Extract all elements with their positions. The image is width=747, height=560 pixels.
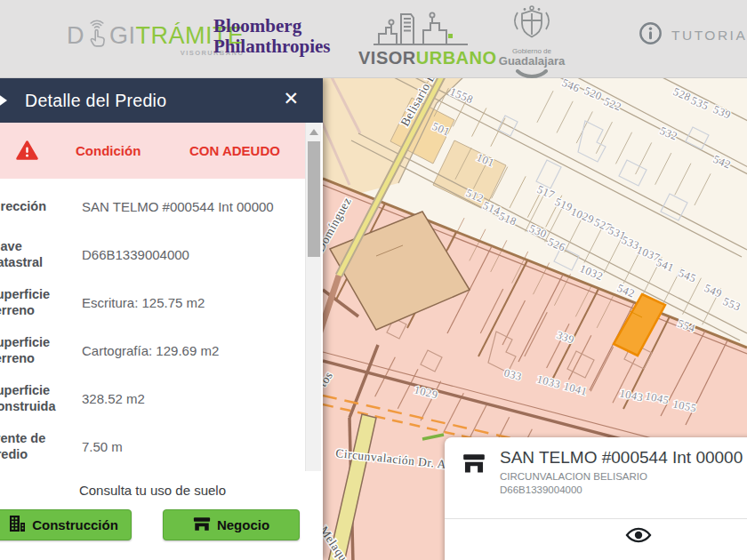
app-window: D GI TRÁMITE VISORURBANO Blo: [0, 0, 747, 560]
city-skyline-icon: [372, 34, 470, 49]
construccion-label: Construcción: [32, 517, 118, 532]
scrollbar-up-arrow-icon[interactable]: [309, 129, 318, 135]
condition-value-badge: CON ADEUDO: [189, 143, 280, 158]
field-value: SAN TELMO #000544 Int 00000: [82, 199, 274, 214]
field-value: D66B1339004000: [82, 247, 189, 262]
construccion-button[interactable]: Construcción: [0, 509, 132, 540]
card-title: SAN TELMO #000544 Int 00000: [500, 448, 743, 468]
info-icon: [639, 21, 663, 49]
storefront-icon: [462, 453, 486, 478]
property-fields: Dirección SAN TELMO #000544 Int 00000 Cl…: [0, 182, 305, 470]
close-icon[interactable]: ✕: [283, 88, 299, 109]
panel-title: Detalle del Predio: [25, 91, 166, 111]
digitramite-text-gi: GI: [109, 22, 136, 50]
field-row-superficie-cartografia: Superficie Terreno Cartografía: 129.69 m…: [0, 326, 305, 374]
field-label: Dirección: [0, 198, 82, 214]
debt-alert-row: Condición CON ADEUDO: [0, 123, 305, 179]
card-street: CIRCUNVALACION BELISARIO: [500, 471, 647, 482]
guadalajara-logo: Gobierno de Guadalajara: [487, 4, 576, 84]
digitramite-text-d: D: [67, 22, 84, 50]
smile-arc-icon: [509, 69, 555, 80]
tutorial-label: TUTORIAL: [671, 28, 747, 44]
guadalajara-crest-icon: [509, 31, 555, 46]
guadalajara-text: Guadalajara: [487, 55, 576, 68]
field-row-superficie-construida: Superficie Construida 328.52 m2: [0, 374, 305, 422]
bloomberg-line1: Bloomberg: [213, 16, 330, 36]
visor-urbano-logo: VISORURBANO: [358, 7, 483, 68]
field-row-direccion: Dirección SAN TELMO #000544 Int 00000: [0, 182, 305, 230]
detail-panel: Detalle del Predio ✕ Condición CON ADEUD…: [0, 78, 323, 560]
visor-text: VISOR: [358, 48, 416, 68]
field-label: Frente de Predio: [0, 430, 82, 462]
urbano-text: URBANO: [416, 48, 497, 68]
field-label: Superficie Terreno: [0, 286, 82, 318]
negocio-label: Negocio: [217, 517, 269, 532]
property-result-card[interactable]: SAN TELMO #000544 Int 00000 CIRCUNVALACI…: [445, 437, 747, 560]
field-label: Clave Catastral: [0, 238, 82, 270]
panel-header: Detalle del Predio ✕: [0, 78, 323, 123]
panel-scrollbar[interactable]: [305, 123, 321, 471]
tutorial-button[interactable]: TUTORIAL: [639, 21, 747, 49]
scrollbar-thumb[interactable]: [308, 141, 320, 257]
field-value: 7.50 m: [82, 439, 123, 454]
warning-icon: [16, 140, 38, 164]
negocio-button[interactable]: Negocio: [163, 509, 300, 540]
storefront-icon: [193, 516, 211, 535]
eye-icon[interactable]: [625, 525, 652, 548]
field-value: Cartografía: 129.69 m2: [82, 343, 219, 358]
field-row-frente-predio: Frente de Predio 7.50 m: [0, 422, 305, 470]
field-label: Superficie Construida: [0, 382, 82, 414]
field-label: Superficie Terreno: [0, 334, 82, 366]
land-use-hint: Consulta tu uso de suelo: [0, 483, 305, 498]
touch-finger-icon: [85, 20, 108, 52]
bloomberg-logo: Bloomberg Philanthropies: [213, 16, 330, 57]
building-icon: [8, 515, 26, 535]
field-value: 328.52 m2: [82, 391, 145, 406]
card-divider: [445, 518, 747, 519]
card-clave-catastral: D66B1339004000: [500, 484, 582, 495]
field-row-clave-catastral: Clave Catastral D66B1339004000: [0, 230, 305, 278]
collapse-arrow-icon[interactable]: [0, 93, 7, 108]
field-row-superficie-escritura: Superficie Terreno Escritura: 125.75 m2: [0, 278, 305, 326]
top-header-bar: D GI TRÁMITE VISORURBANO Blo: [0, 0, 747, 78]
condition-label: Condición: [76, 143, 141, 158]
panel-footer: Consulta tu uso de suelo: [0, 471, 323, 560]
field-value: Escritura: 125.75 m2: [82, 295, 205, 310]
bloomberg-line2: Philanthropies: [213, 36, 330, 57]
